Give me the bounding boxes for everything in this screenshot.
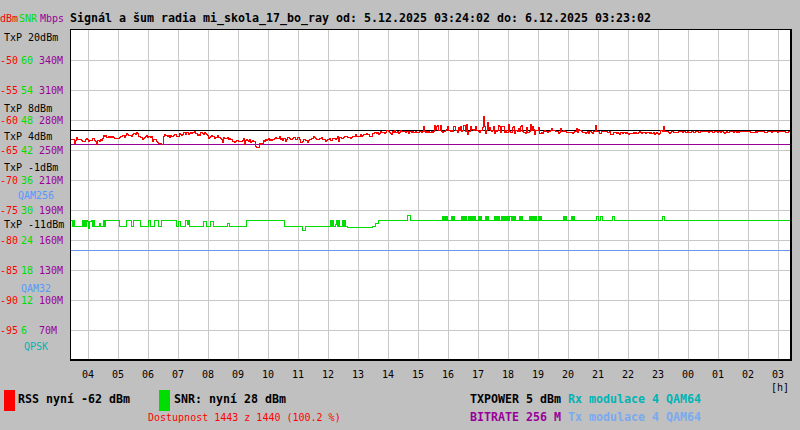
- snr-axis-unit: SNR: [19, 13, 37, 25]
- mbps-tick: 70M: [39, 325, 57, 337]
- rss-legend-swatch: [4, 390, 15, 411]
- snr-tick: 42: [21, 145, 33, 157]
- x-axis-unit-label: [h]: [771, 382, 789, 394]
- plot-frame-right: [790, 29, 792, 361]
- x-axis-hour-label: 16: [436, 369, 460, 381]
- x-axis-hour-label: 15: [406, 369, 430, 381]
- mbps-tick: 100M: [39, 295, 63, 307]
- plot-frame-bottom: [70, 359, 792, 361]
- snr-tick: 60: [21, 55, 33, 67]
- mbps-tick: 280M: [39, 115, 63, 127]
- dbm-tick: -70: [0, 175, 18, 187]
- txp-scale-label: TxP 4dBm: [4, 131, 52, 143]
- x-axis-hour-label: 13: [346, 369, 370, 381]
- tx-modulation-label: Tx modulace 4 QAM64: [568, 411, 701, 424]
- mbps-tick: 190M: [39, 205, 63, 217]
- rss-legend-label: RSS nyní -62 dBm: [18, 393, 130, 406]
- x-axis-hour-label: 19: [526, 369, 550, 381]
- mbps-tick: 130M: [39, 265, 63, 277]
- snr-tick: 6: [21, 325, 27, 337]
- snr-tick: 12: [21, 295, 33, 307]
- x-axis-hour-label: 21: [586, 369, 610, 381]
- txp-scale-label: TxP -1dBm: [4, 162, 58, 174]
- txpower-label: TXPOWER 5 dBm: [470, 393, 561, 406]
- modulation-scale-label: QAM32: [21, 283, 51, 295]
- x-axis-hour-label: 04: [76, 369, 100, 381]
- modulation-scale-label: QAM256: [18, 190, 54, 202]
- snr-tick: 24: [21, 235, 33, 247]
- x-axis-hour-label: 14: [376, 369, 400, 381]
- x-axis-hour-label: 17: [466, 369, 490, 381]
- availability-label: Dostupnost 1443 z 1440 (100.2 %): [148, 412, 341, 424]
- dbm-tick: -95: [0, 325, 18, 337]
- dbm-tick: -60: [0, 115, 18, 127]
- mbps-axis-unit: Mbps: [40, 13, 64, 25]
- graph-title: Signál a šum radia mi_skola_17_bo_ray od…: [70, 12, 651, 25]
- dbm-tick: -80: [0, 235, 18, 247]
- dbm-tick: -55: [0, 85, 18, 97]
- snr-legend-swatch: [159, 390, 170, 411]
- snr-tick: 36: [21, 175, 33, 187]
- x-axis-hour-label: 02: [736, 369, 760, 381]
- x-axis-hour-label: 01: [706, 369, 730, 381]
- dbm-tick: -85: [0, 265, 18, 277]
- x-axis-hour-label: 22: [616, 369, 640, 381]
- dbm-tick: -75: [0, 205, 18, 217]
- dbm-tick: -65: [0, 145, 18, 157]
- radio-signal-graph-page: dBmSNRMbps Signál a šum radia mi_skola_1…: [0, 0, 800, 430]
- mbps-tick: 210M: [39, 175, 63, 187]
- dbm-axis-unit: dBm: [0, 13, 18, 25]
- rx-modulation-label: Rx modulace 4 QAM64: [568, 393, 701, 406]
- snr-tick: 18: [21, 265, 33, 277]
- x-axis-hour-label: 03: [766, 369, 790, 381]
- snr-legend-label: SNR: nyní 28 dBm: [174, 393, 286, 406]
- txp-scale-label: TxP 20dBm: [4, 32, 58, 44]
- mbps-tick: 160M: [39, 235, 63, 247]
- dbm-tick: -90: [0, 295, 18, 307]
- x-axis-hour-label: 18: [496, 369, 520, 381]
- snr-tick: 54: [21, 85, 33, 97]
- x-axis-hour-label: 10: [256, 369, 280, 381]
- x-axis-hour-label: 11: [286, 369, 310, 381]
- mbps-tick: 310M: [39, 85, 63, 97]
- x-axis-hour-label: 09: [226, 369, 250, 381]
- x-axis-hour-label: 00: [676, 369, 700, 381]
- mbps-tick: 340M: [39, 55, 63, 67]
- x-axis-hour-label: 07: [166, 369, 190, 381]
- txp-scale-label: TxP -11dBm: [4, 219, 64, 231]
- snr-tick: 48: [21, 115, 33, 127]
- signal-chart: [70, 29, 792, 361]
- mbps-tick: 250M: [39, 145, 63, 157]
- txp-scale-label: TxP 8dBm: [4, 103, 52, 115]
- dbm-tick: -50: [0, 55, 18, 67]
- x-axis-hour-label: 12: [316, 369, 340, 381]
- x-axis-hour-label: 20: [556, 369, 580, 381]
- x-axis-hour-label: 23: [646, 369, 670, 381]
- snr-tick: 30: [21, 205, 33, 217]
- x-axis-hour-label: 06: [136, 369, 160, 381]
- x-axis-hour-label: 05: [106, 369, 130, 381]
- bitrate-label: BITRATE 256 M: [470, 411, 561, 424]
- x-axis-hour-label: 08: [196, 369, 220, 381]
- modulation-scale-label: QPSK: [24, 341, 48, 353]
